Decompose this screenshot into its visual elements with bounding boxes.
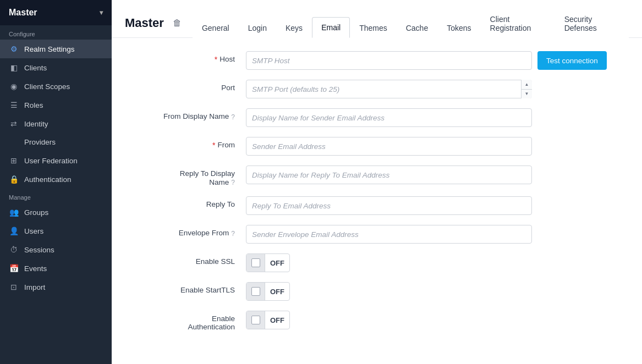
sidebar-item-clients[interactable]: ◧ Clients [0, 58, 112, 77]
sidebar-item-label: User Federation [24, 157, 78, 165]
port-increment-button[interactable]: ▲ [522, 80, 532, 90]
port-input[interactable] [246, 80, 532, 98]
sidebar-item-label: Authentication [24, 175, 72, 184]
sidebar-item-user-federation[interactable]: ⊞ User Federation [0, 151, 112, 170]
toggle-knob [251, 258, 260, 267]
enable-starttls-toggle-label: OFF [265, 288, 289, 296]
toggle-slider [246, 311, 265, 329]
tab-themes[interactable]: Themes [350, 18, 397, 38]
tab-cache[interactable]: Cache [397, 18, 437, 38]
from-display-name-row: From Display Name ? [125, 108, 629, 127]
tab-email[interactable]: Email [312, 17, 350, 38]
envelope-from-control-wrap [246, 225, 629, 244]
sidebar-item-client-scopes[interactable]: ◉ Client Scopes [0, 77, 112, 96]
sidebar-item-identity[interactable]: ⇄ Identity [0, 114, 112, 133]
reply-to-display-name-help-icon[interactable]: ? [231, 179, 235, 186]
sidebar-item-import[interactable]: ⊡ Import [0, 278, 112, 296]
toggle-knob [251, 316, 260, 324]
realm-chevron-icon: ▾ [100, 9, 103, 16]
sessions-icon: ⏱ [9, 245, 19, 254]
envelope-from-row: Envelope From ? [125, 225, 629, 244]
enable-ssl-toggle[interactable]: OFF [246, 253, 290, 272]
toggle-knob [251, 287, 260, 296]
from-label: * From [125, 137, 246, 150]
reply-to-display-name-input[interactable] [246, 166, 532, 184]
tab-general[interactable]: General [193, 18, 239, 38]
sidebar-item-label: Identity [24, 120, 48, 128]
configure-section-label: Configure [0, 25, 112, 40]
enable-starttls-toggle[interactable]: OFF [246, 282, 290, 301]
from-control-wrap [246, 137, 629, 156]
sidebar-item-label: Providers [24, 138, 56, 146]
tab-security-defenses[interactable]: Security Defenses [555, 9, 629, 38]
page-title: Master [125, 16, 164, 30]
sidebar-item-sessions[interactable]: ⏱ Sessions [0, 240, 112, 259]
enable-ssl-toggle-label: OFF [265, 259, 289, 267]
port-control-wrap: ▲ ▼ [246, 80, 629, 98]
main-panel: Master 🗑 General Login Keys Email Themes… [112, 0, 642, 364]
enable-authentication-label: Enable Authentication [125, 311, 246, 331]
tab-client-registration[interactable]: Client Registration [481, 9, 555, 38]
port-spinner-wrap: ▲ ▼ [246, 80, 532, 98]
sidebar-item-realm-settings[interactable]: ⚙ Realm Settings [0, 40, 112, 58]
reply-to-input[interactable] [246, 196, 532, 215]
from-display-name-help-icon[interactable]: ? [231, 113, 235, 121]
sidebar-item-authentication[interactable]: 🔒 Authentication [0, 170, 112, 189]
host-control-wrap: Test connection [246, 51, 629, 70]
users-icon: 👤 [9, 227, 19, 235]
port-row: Port ▲ ▼ [125, 80, 629, 98]
realm-settings-icon: ⚙ [9, 45, 19, 53]
identity-icon: ⇄ [9, 119, 19, 128]
trash-icon[interactable]: 🗑 [173, 18, 182, 28]
test-connection-button[interactable]: Test connection [537, 51, 607, 70]
sidebar-item-label: Realm Settings [24, 45, 75, 53]
enable-starttls-control-wrap: OFF [246, 282, 629, 301]
sidebar-item-label: Client Scopes [24, 82, 70, 91]
sidebar-item-groups[interactable]: 👥 Groups [0, 203, 112, 222]
envelope-from-help-icon[interactable]: ? [231, 230, 235, 238]
toggle-slider [246, 254, 265, 272]
email-form: * Host Test connection Port ▲ ▼ [112, 38, 642, 364]
enable-ssl-row: Enable SSL OFF [125, 253, 629, 272]
sidebar-item-label: Groups [24, 208, 48, 217]
toggle-slider [246, 283, 265, 300]
sidebar-item-label: Import [24, 283, 45, 291]
host-required-star: * [215, 55, 217, 64]
clients-icon: ◧ [9, 63, 19, 72]
client-scopes-icon: ◉ [9, 82, 19, 91]
envelope-from-label: Envelope From ? [125, 225, 246, 238]
import-icon: ⊡ [9, 283, 19, 291]
tab-keys[interactable]: Keys [276, 18, 312, 38]
host-label: * Host [125, 51, 246, 64]
realm-name: Master [9, 8, 37, 18]
from-display-name-input[interactable] [246, 108, 532, 127]
sidebar-item-label: Roles [24, 101, 43, 109]
tab-tokens[interactable]: Tokens [437, 18, 480, 38]
host-input[interactable] [246, 51, 532, 70]
enable-authentication-toggle[interactable]: OFF [246, 311, 290, 329]
tab-login[interactable]: Login [239, 18, 276, 38]
events-icon: 📅 [9, 264, 19, 273]
sidebar-item-events[interactable]: 📅 Events [0, 259, 112, 278]
sidebar-item-providers[interactable]: Providers [0, 133, 112, 151]
sidebar-item-label: Users [24, 227, 43, 235]
reply-to-row: Reply To [125, 196, 629, 215]
envelope-from-input[interactable] [246, 225, 532, 244]
port-spinner-buttons: ▲ ▼ [521, 80, 532, 98]
from-input[interactable] [246, 137, 532, 156]
realm-selector[interactable]: Master ▾ [0, 0, 112, 25]
from-display-name-label: From Display Name ? [125, 108, 246, 121]
sidebar: Master ▾ Configure ⚙ Realm Settings ◧ Cl… [0, 0, 112, 364]
enable-authentication-control-wrap: OFF [246, 311, 629, 329]
sidebar-item-label: Clients [24, 64, 47, 72]
enable-ssl-control-wrap: OFF [246, 253, 629, 272]
sidebar-item-users[interactable]: 👤 Users [0, 222, 112, 240]
reply-to-control-wrap [246, 196, 629, 215]
tab-list: General Login Keys Email Themes Cache To… [193, 9, 629, 37]
from-required-star: * [212, 141, 215, 150]
from-display-name-control-wrap [246, 108, 629, 127]
sidebar-item-roles[interactable]: ☰ Roles [0, 96, 112, 114]
port-decrement-button[interactable]: ▼ [522, 90, 532, 99]
enable-authentication-row: Enable Authentication OFF [125, 311, 629, 331]
port-label: Port [125, 80, 246, 92]
